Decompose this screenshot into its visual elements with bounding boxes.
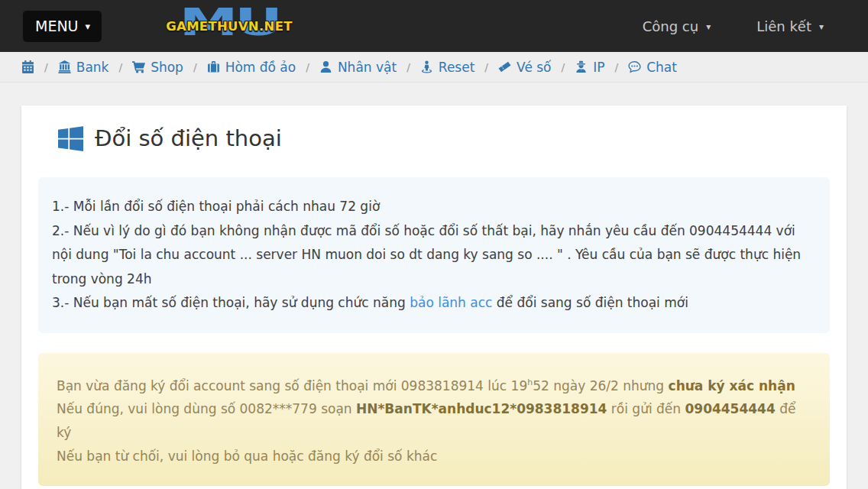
breadcrumb-label: IP	[593, 60, 604, 75]
site-logo[interactable]: MU GAMETHUVN.NET	[157, 0, 302, 52]
breadcrumb-separator: /	[44, 61, 48, 73]
nav-item-tools[interactable]: Công cụ ▾	[643, 18, 711, 34]
breadcrumb-label: Nhân vật	[338, 60, 397, 75]
pending-confirmation-notice: Bạn vừa đăng ký đổi account sang số điện…	[38, 353, 830, 487]
notice-line-3: Nếu bạn từ chối, vui lòng bỏ qua hoặc đă…	[57, 445, 811, 468]
breadcrumb-item-virtual-box[interactable]: Hòm đồ ảo	[207, 60, 296, 75]
navbar-right-menu: Công cụ ▾ Liên kết ▾	[643, 18, 868, 34]
user-secret-icon	[575, 60, 588, 73]
breadcrumb-item-chat[interactable]: Chat	[628, 60, 677, 75]
logo-site-text: GAMETHUVN.NET	[157, 19, 302, 34]
breadcrumb-separator: /	[562, 61, 565, 73]
notice-line-1-text: Bạn vừa đăng ký đổi account sang số điện…	[57, 377, 527, 393]
cart-icon	[132, 60, 145, 73]
instruction-line-1: 1.- Mỗi lần đổi số điện thoại phải cách …	[52, 195, 816, 219]
breadcrumb-separator: /	[193, 61, 197, 73]
page-header: Đổi số điện thoại	[21, 105, 847, 154]
breadcrumb: / Bank / Shop / Hòm đồ ảo / Nhân vật / R…	[0, 52, 868, 83]
breadcrumb-separator: /	[406, 61, 410, 73]
user-icon	[319, 60, 332, 73]
ticket-icon	[498, 60, 511, 73]
breadcrumb-item-bank[interactable]: Bank	[58, 60, 109, 75]
page-title: Đổi số điện thoại	[95, 125, 282, 151]
breadcrumb-label: Shop	[151, 60, 183, 75]
top-navbar: MENU ▾ MU GAMETHUVN.NET Công cụ ▾ Liên k…	[0, 0, 868, 52]
breadcrumb-label: Reset	[439, 60, 475, 75]
instruction-line-3: 3.- Nếu bạn mất số điện thoại, hãy sử dụ…	[52, 291, 816, 316]
breadcrumb-label: Chat	[646, 60, 677, 75]
breadcrumb-separator: /	[484, 61, 488, 73]
breadcrumb-item-lottery[interactable]: Vé số	[498, 60, 551, 75]
nav-item-links-label: Liên kết	[756, 18, 811, 34]
breadcrumb-separator: /	[118, 61, 122, 73]
calendar-icon	[21, 60, 34, 73]
breadcrumb-label: Vé số	[517, 60, 551, 75]
nav-item-links[interactable]: Liên kết ▾	[756, 18, 824, 34]
notice-sms-number: 0904454444	[685, 401, 775, 416]
notice-line-1-text2: 52 ngày 26/2 nhưng	[533, 377, 668, 393]
guarantee-acc-link[interactable]: bảo lãnh acc	[410, 295, 492, 310]
breadcrumb-label: Hòm đồ ảo	[225, 60, 296, 75]
breadcrumb-separator: /	[306, 61, 309, 73]
instruction-line-3-suffix: để đổi sang số điện thoại mới	[492, 295, 688, 310]
street-view-icon	[420, 60, 433, 73]
notice-line-1: Bạn vừa đăng ký đổi account sang số điện…	[57, 371, 811, 398]
notice-unsigned-status: chưa ký xác nhận	[669, 377, 795, 393]
breadcrumb-item-shop[interactable]: Shop	[132, 60, 183, 75]
breadcrumb-separator: /	[615, 61, 619, 73]
instruction-line-2: 2.- Nếu vì lý do gì đó bạn không nhận đư…	[52, 219, 816, 292]
caret-down-icon: ▾	[706, 21, 711, 32]
briefcase-icon	[207, 60, 220, 73]
comment-dots-icon	[628, 60, 641, 73]
notice-line-2: Nếu đúng, vui lòng dùng số 0082***779 so…	[57, 397, 811, 445]
menu-button[interactable]: MENU ▾	[23, 11, 102, 42]
nav-item-tools-label: Công cụ	[643, 18, 698, 34]
breadcrumb-item-ip[interactable]: IP	[575, 60, 604, 75]
caret-down-icon: ▾	[86, 21, 91, 32]
bank-icon	[58, 60, 71, 73]
notice-line-2-text2: rồi gửi đến	[607, 401, 685, 416]
content-card: Đổi số điện thoại 1.- Mỗi lần đổi số điệ…	[21, 105, 847, 489]
menu-button-label: MENU	[35, 18, 79, 34]
caret-down-icon: ▾	[819, 21, 824, 32]
breadcrumb-item-character[interactable]: Nhân vật	[319, 60, 397, 75]
breadcrumb-item-home[interactable]	[21, 60, 34, 73]
instructions-box: 1.- Mỗi lần đổi số điện thoại phải cách …	[38, 177, 830, 333]
breadcrumb-item-reset[interactable]: Reset	[420, 60, 475, 75]
notice-line-2-text: Nếu đúng, vui lòng dùng số 0082***779 so…	[57, 401, 356, 416]
windows-icon	[58, 126, 83, 151]
breadcrumb-label: Bank	[76, 60, 109, 75]
instruction-line-3-prefix: 3.- Nếu bạn mất số điện thoại, hãy sử dụ…	[52, 295, 410, 310]
notice-sms-syntax: HN*BanTK*anhduc12*0983818914	[356, 401, 607, 416]
